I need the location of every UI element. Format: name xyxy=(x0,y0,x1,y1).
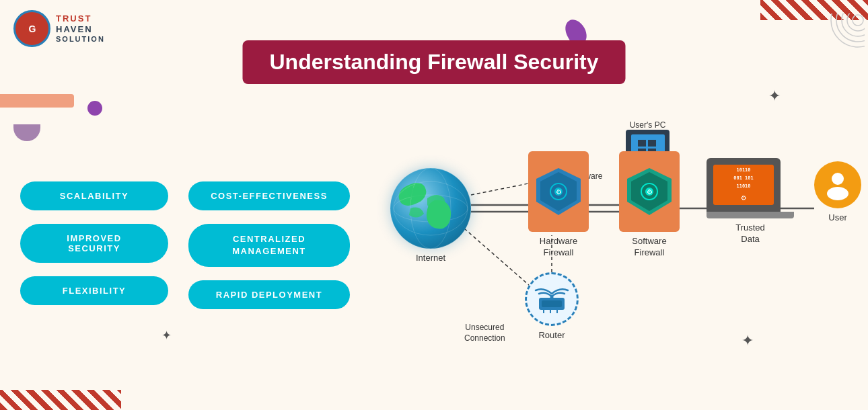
trusted-data-label: TrustedData xyxy=(707,222,794,245)
router-container: Router xyxy=(525,272,579,340)
software-firewall-label: SoftwareFirewall xyxy=(619,236,680,259)
svg-rect-27 xyxy=(648,140,656,147)
internet-globe-container: Internet xyxy=(390,168,471,263)
deco-stripe-bottom-left xyxy=(0,390,121,410)
user-icon xyxy=(814,161,861,208)
user-container: User xyxy=(814,161,861,222)
feature-centralized-management[interactable]: CENTRALIZEDMANAGEMENT xyxy=(188,224,350,267)
software-firewall-container: ⚙ SoftwareFirewall xyxy=(619,151,680,259)
deco-sparkle-1: ✦ xyxy=(768,87,781,105)
code-line-1: 10110 xyxy=(736,167,750,174)
router-label: Router xyxy=(525,330,579,340)
laptop: 10110 001 101 11010 ⚙ xyxy=(707,158,781,212)
logo-haven: HAVEN xyxy=(56,24,105,35)
feature-improved-security[interactable]: IMPROVED SECURITY xyxy=(20,224,168,263)
logo: G TRUST HAVEN SOLUTION xyxy=(13,10,105,47)
svg-text:G: G xyxy=(28,24,36,34)
svg-point-39 xyxy=(550,295,553,298)
deco-half-circle xyxy=(13,124,40,141)
feature-rapid-deployment[interactable]: RAPID DEPLOYMENT xyxy=(188,280,350,309)
laptop-gear-icon: ⚙ xyxy=(741,193,746,202)
feature-cost-effectiveness[interactable]: COST-EFFECTIVENESS xyxy=(188,181,350,210)
software-firewall-block: ⚙ xyxy=(619,151,680,232)
logo-trust: TRUST xyxy=(56,13,105,24)
svg-text:⚙: ⚙ xyxy=(556,188,562,196)
deco-concentric-circles xyxy=(811,13,865,67)
svg-rect-26 xyxy=(638,140,646,147)
diagram: Internet Malware ⚙ HardwareFirewall User… xyxy=(377,114,861,397)
deco-sparkle-3: ✦ xyxy=(161,328,172,343)
feature-scalability[interactable]: SCALABILITY xyxy=(20,181,168,210)
svg-point-0 xyxy=(853,15,863,26)
user-label: User xyxy=(814,212,861,222)
svg-text:⚙: ⚙ xyxy=(647,188,653,196)
svg-point-19 xyxy=(394,181,468,235)
deco-orange-bar xyxy=(0,94,74,108)
features-right: COST-EFFECTIVENESS CENTRALIZEDMANAGEMENT… xyxy=(188,181,350,309)
internet-globe xyxy=(390,168,471,249)
main-title: Understanding Firewall Security xyxy=(243,40,626,84)
code-line-3: 11010 xyxy=(736,183,750,190)
internet-label: Internet xyxy=(390,253,471,263)
deco-circle-purple xyxy=(87,101,102,116)
svg-rect-38 xyxy=(542,300,562,307)
laptop-screen: 10110 001 101 11010 ⚙ xyxy=(713,165,774,205)
logo-text: TRUST HAVEN SOLUTION xyxy=(56,13,105,43)
router-icon xyxy=(525,272,579,326)
logo-icon: G xyxy=(13,10,50,47)
feature-flexibility[interactable]: FLEXIBILITY xyxy=(20,276,168,305)
features-left: SCALABILITY IMPROVED SECURITY FLEXIBILIT… xyxy=(20,181,168,305)
hardware-firewall-label: HardwareFirewall xyxy=(528,236,589,259)
users-pc-label: User's PC xyxy=(626,120,670,130)
trusted-data-container: 10110 001 101 11010 ⚙ TrustedData xyxy=(707,158,794,245)
svg-point-35 xyxy=(832,173,844,185)
hardware-firewall-block: ⚙ xyxy=(528,151,589,232)
code-line-2: 001 101 xyxy=(733,175,754,182)
unsecured-connection-label: UnsecuredConnection xyxy=(464,323,505,343)
svg-point-36 xyxy=(827,187,848,200)
hardware-firewall-container: ⚙ HardwareFirewall xyxy=(528,151,589,259)
laptop-base xyxy=(707,212,794,218)
svg-point-16 xyxy=(390,168,471,249)
logo-solution: SOLUTION xyxy=(56,35,105,44)
